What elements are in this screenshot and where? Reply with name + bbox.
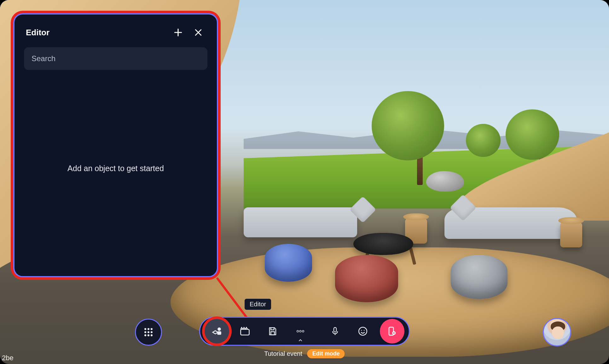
svg-point-24 (364, 330, 365, 331)
ottoman-blue (265, 244, 312, 282)
svg-point-23 (361, 330, 362, 331)
leave-icon (387, 326, 397, 337)
mode-badge: Edit mode (307, 349, 345, 358)
save-icon (267, 326, 278, 337)
editor-search[interactable] (24, 47, 207, 70)
search-input[interactable] (32, 54, 200, 63)
ellipsis-icon (295, 326, 306, 337)
avatar-face (552, 326, 564, 339)
ottoman-red (335, 255, 398, 302)
svg-point-14 (218, 328, 221, 330)
svg-rect-17 (271, 332, 274, 335)
object-pieces-icon (211, 325, 223, 338)
toolbar-save-button[interactable] (259, 319, 287, 344)
svg-point-9 (148, 331, 149, 333)
svg-point-19 (299, 330, 301, 332)
svg-rect-21 (334, 327, 336, 332)
svg-point-10 (151, 331, 153, 333)
svg-point-11 (144, 334, 146, 336)
scene-viewport: Editor Add an object to get started Edit… (0, 0, 609, 364)
close-icon (194, 28, 203, 37)
svg-point-22 (359, 327, 367, 335)
editor-panel: Editor Add an object to get started (13, 13, 218, 277)
close-editor-button[interactable] (191, 25, 206, 40)
menu-button[interactable] (135, 319, 162, 346)
toolbar-leave-button[interactable] (380, 319, 404, 344)
side-table (560, 222, 582, 247)
add-object-button[interactable] (171, 25, 185, 40)
editor-body: Add an object to get started (24, 70, 207, 267)
editor-tooltip: Editor (245, 299, 271, 310)
smiley-icon (357, 326, 368, 337)
svg-rect-15 (218, 332, 221, 334)
toolbar-emoji-button[interactable] (349, 319, 377, 344)
coffee-table (353, 233, 413, 255)
sofa (244, 207, 357, 237)
toolbar-editor-button[interactable] (205, 319, 229, 344)
svg-point-20 (302, 330, 304, 332)
svg-point-6 (148, 328, 149, 330)
event-name: Tutorial event (264, 350, 302, 357)
svg-point-13 (151, 334, 153, 336)
avatar-button[interactable] (543, 318, 571, 346)
bottom-toolbar (199, 317, 410, 346)
svg-rect-16 (241, 329, 249, 335)
toolbar-more-button[interactable] (287, 319, 314, 344)
chevron-up-icon (298, 339, 303, 342)
watermark-text: 2be (2, 354, 14, 362)
grid-icon (143, 327, 154, 338)
status-row: Tutorial event Edit mode (264, 349, 345, 358)
clapperboard-icon (239, 326, 251, 337)
svg-point-8 (144, 331, 146, 333)
plus-icon (173, 27, 183, 38)
ottoman-grey (451, 255, 508, 299)
svg-point-7 (151, 328, 153, 330)
svg-point-12 (148, 334, 149, 336)
microphone-icon (330, 326, 340, 337)
editor-header: Editor (24, 22, 207, 47)
toolbar-mic-button[interactable] (321, 319, 349, 344)
svg-point-18 (297, 330, 299, 332)
editor-title: Editor (26, 28, 165, 38)
editor-empty-message: Add an object to get started (67, 164, 164, 173)
svg-point-5 (144, 328, 146, 330)
toolbar-clapper-button[interactable] (231, 319, 259, 344)
